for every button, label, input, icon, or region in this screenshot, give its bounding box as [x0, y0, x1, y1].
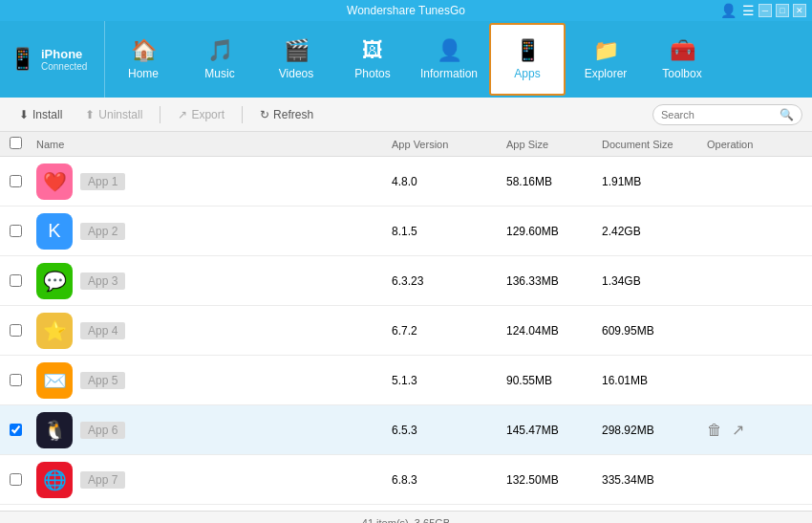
header-op: Operation — [707, 139, 802, 150]
row-name-cell: 🌐 App 7 — [36, 462, 392, 498]
uninstall-label: Uninstall — [98, 108, 142, 121]
device-status: Connected — [41, 61, 87, 72]
row-check[interactable] — [10, 424, 36, 436]
refresh-button[interactable]: ↻ Refresh — [250, 104, 323, 125]
search-box[interactable]: 🔍 — [652, 104, 802, 125]
maximize-button[interactable]: □ — [776, 4, 789, 17]
information-icon: 👤 — [437, 38, 462, 63]
row-checkbox[interactable] — [10, 324, 22, 337]
uninstall-button[interactable]: ⬆ Uninstall — [75, 104, 152, 125]
app-icon: ✉️ — [36, 362, 73, 399]
minimize-button[interactable]: ─ — [759, 4, 772, 17]
nav-label-music: Music — [204, 67, 234, 80]
table-row[interactable]: 🌐 App 7 6.8.3 132.50MB 335.34MB — [0, 455, 812, 505]
table-row[interactable]: ❤️ App 1 4.8.0 58.16MB 1.91MB — [0, 157, 812, 207]
row-check[interactable] — [10, 374, 36, 386]
nav-label-information: Information — [420, 67, 478, 80]
user-icon[interactable]: 👤 — [720, 3, 737, 18]
nav-item-videos[interactable]: 🎬 Videos — [258, 21, 334, 98]
select-all-checkbox[interactable] — [10, 137, 22, 149]
row-version: 6.5.3 — [392, 424, 506, 437]
table-row[interactable]: ⭐ App 4 6.7.2 124.04MB 609.95MB — [0, 306, 812, 356]
table-row[interactable]: 💬 App 3 6.3.23 136.33MB 1.34GB — [0, 256, 812, 306]
nav-item-explorer[interactable]: 📁 Explorer — [567, 21, 644, 98]
nav-item-information[interactable]: 👤 Information — [411, 21, 487, 98]
nav-item-music[interactable]: 🎵 Music — [182, 21, 258, 98]
row-name-cell: ⭐ App 4 — [36, 313, 392, 349]
export-icon: ↗ — [178, 108, 187, 121]
header-name: Name — [36, 139, 392, 150]
music-icon: 🎵 — [207, 38, 233, 63]
row-check[interactable] — [10, 324, 36, 337]
row-checkbox[interactable] — [10, 225, 22, 237]
close-button[interactable]: ✕ — [793, 4, 806, 17]
title-bar: Wondershare TunesGo 👤 ☰ ─ □ ✕ — [0, 0, 812, 21]
app-icon: 🌐 — [36, 462, 73, 498]
row-doc-size: 2.42GB — [602, 225, 707, 238]
search-input[interactable] — [661, 109, 776, 120]
op-icons: 🗑 ↗ — [707, 421, 802, 439]
row-version: 4.8.0 — [392, 175, 506, 188]
apps-icon: 📱 — [515, 38, 541, 63]
export-button[interactable]: ↗ Export — [168, 104, 234, 125]
table-header: Name App Version App Size Document Size … — [0, 132, 812, 157]
row-size: 58.16MB — [506, 175, 602, 188]
nav-item-toolbox[interactable]: 🧰 Toolbox — [644, 21, 720, 98]
nav-label-home: Home — [128, 67, 159, 80]
row-checkbox[interactable] — [10, 175, 22, 187]
refresh-icon: ↻ — [260, 108, 269, 121]
row-checkbox[interactable] — [10, 274, 22, 287]
app-name: App 6 — [80, 422, 125, 439]
app-name: App 3 — [80, 272, 125, 290]
app-name: App 5 — [80, 372, 125, 389]
app-icon: ⭐ — [36, 313, 73, 349]
export-row-icon[interactable]: ↗ — [732, 421, 744, 439]
status-text: 41 item(s), 3.65GB — [362, 517, 450, 524]
menu-icon[interactable]: ☰ — [742, 3, 755, 18]
row-size: 90.55MB — [506, 374, 602, 387]
row-doc-size: 1.34GB — [602, 274, 707, 288]
row-doc-size: 1.91MB — [602, 175, 707, 188]
nav-item-home[interactable]: 🏠 Home — [105, 21, 182, 98]
row-checkbox[interactable] — [10, 424, 22, 436]
nav-label-photos: Photos — [354, 67, 390, 80]
delete-icon[interactable]: 🗑 — [707, 422, 722, 439]
header-doc: Document Size — [602, 139, 707, 150]
row-checkbox[interactable] — [10, 374, 22, 386]
row-doc-size: 335.34MB — [602, 473, 707, 487]
table-row[interactable]: ✉️ App 5 5.1.3 90.55MB 16.01MB — [0, 356, 812, 405]
device-name: iPhone — [41, 47, 87, 61]
table-row[interactable]: K App 2 8.1.5 129.60MB 2.42GB — [0, 207, 812, 256]
row-version: 6.3.23 — [392, 274, 506, 288]
row-operations: 🗑 ↗ — [707, 421, 802, 439]
row-check[interactable] — [10, 175, 36, 187]
row-size: 132.50MB — [506, 473, 602, 487]
nav-label-apps: Apps — [514, 67, 540, 80]
nav-item-apps[interactable]: 📱 Apps — [489, 23, 566, 96]
row-checkbox[interactable] — [10, 473, 22, 486]
window-controls: ─ □ ✕ — [759, 4, 806, 17]
row-name-cell: K App 2 — [36, 213, 392, 250]
row-size: 136.33MB — [506, 274, 602, 288]
row-check[interactable] — [10, 473, 36, 486]
nav-bar: 📱 iPhone Connected 🏠 Home 🎵 Music 🎬 Vide… — [0, 21, 812, 98]
refresh-label: Refresh — [273, 108, 313, 121]
nav-item-photos[interactable]: 🖼 Photos — [334, 21, 411, 98]
app-icon: 🐧 — [36, 412, 73, 448]
header-check[interactable] — [10, 137, 36, 151]
row-doc-size: 609.95MB — [602, 324, 707, 338]
row-check[interactable] — [10, 274, 36, 287]
row-version: 8.1.5 — [392, 225, 506, 238]
table-body: ❤️ App 1 4.8.0 58.16MB 1.91MB K App 2 8.… — [0, 157, 812, 511]
row-name-cell: 🐧 App 6 — [36, 412, 392, 448]
install-button[interactable]: ⬇ Install — [10, 104, 72, 125]
row-size: 145.47MB — [506, 424, 602, 437]
row-version: 6.7.2 — [392, 324, 506, 338]
install-label: Install — [32, 108, 62, 121]
table-row[interactable]: 🐧 App 6 6.5.3 145.47MB 298.92MB 🗑 ↗ — [0, 405, 812, 455]
uninstall-icon: ⬆ — [85, 108, 95, 121]
photos-icon: 🖼 — [362, 38, 383, 63]
row-name-cell: 💬 App 3 — [36, 263, 392, 299]
install-icon: ⬇ — [19, 108, 29, 121]
row-check[interactable] — [10, 225, 36, 237]
